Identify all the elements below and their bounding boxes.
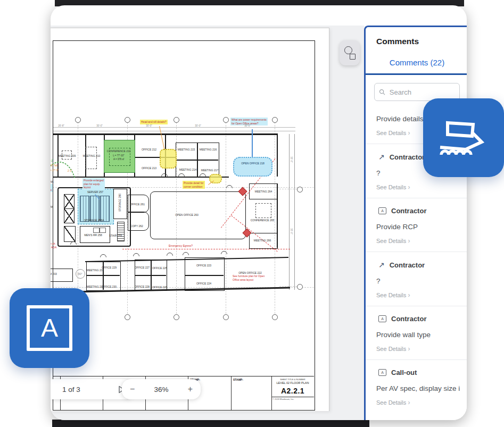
tab-comments[interactable]: Comments (22) (366, 58, 467, 75)
cloud-label-open-office-218[interactable]: OPEN OFFICE 218 (233, 157, 272, 177)
see-details-link[interactable]: See Details (376, 237, 464, 245)
callout-cloud-icon (438, 112, 489, 163)
room-label: OPEN OFFICE 263 (175, 213, 199, 217)
markup-note-corner[interactable]: Provide detail for corner condition (183, 181, 205, 189)
room-label: MEETING 216 (200, 148, 217, 152)
zoom-level: 36% (154, 386, 168, 393)
comment-author: Contractor (390, 153, 425, 161)
room-label: OFFICE 225 (152, 266, 167, 270)
room-label: RECEPTION 255 (51, 180, 53, 184)
comment-author: Contractor (390, 261, 425, 269)
marketing-canvas: { "colors": { "badge_blue": "#2b6cc2", "… (0, 0, 504, 427)
room-label: 23'-2" (51, 160, 53, 163)
room-label: 30'-0" (146, 124, 152, 128)
markup-shapes-button[interactable] (340, 40, 360, 65)
comment-body: Provide RCP (376, 223, 464, 231)
stamp-label: STAMP: (233, 378, 243, 381)
sheet-title: LEVEL 02 FLOOR PLAN (271, 381, 314, 385)
room-label: OFFICE 224 (196, 282, 211, 286)
room-label: 30'-0" (244, 124, 250, 128)
room-label: MEETING 215 (178, 148, 195, 152)
room-label: 30'-0" (195, 124, 201, 128)
room-label: COPY 262 (130, 224, 143, 228)
room-label: STORAGE 256A (84, 219, 104, 222)
leader-line (252, 129, 253, 157)
sheet-title-label: SHEET TITLE & NUMBER (271, 378, 314, 381)
viewer-window: MEETING 209MEETING 210CONFERENCE 211L = … (51, 5, 467, 420)
backdrop-strip-bottom (52, 420, 369, 427)
comment-author: Call-out (391, 369, 417, 376)
comment-item[interactable]: Contractor Provide wall type See Details (366, 306, 467, 359)
room-label: STAIR 259 (109, 234, 122, 238)
see-details-link[interactable]: See Details (376, 291, 464, 299)
search-input[interactable] (389, 88, 455, 97)
room-label: CONFERENCE 211 (107, 149, 130, 153)
room-label: OFFICE 227 (135, 266, 150, 270)
comment-author: Contractor (391, 315, 426, 323)
room-label: L = 27'-3" (51, 169, 59, 172)
room-label: MEETING 209 (59, 154, 76, 158)
room-label: OFFICE 228 (135, 285, 150, 289)
comment-body: ? (376, 277, 464, 285)
sheet-number: A2.2.1 (271, 387, 314, 395)
textbox-markup-icon (378, 315, 386, 322)
room-label: OFFICE 213 (142, 166, 156, 170)
room-label: MEN'S RR 258 (84, 233, 102, 237)
room-label: MEETING 210 (83, 154, 101, 158)
markup-note-furniture[interactable]: See furniture plan for Open Office area … (233, 274, 265, 281)
room-label: 360° (77, 273, 82, 276)
page-indicator: 1 of 3 (62, 386, 80, 393)
room-label: BREAK ROOM 233 (51, 272, 57, 276)
room-label: 26'-8" (58, 124, 64, 128)
comment-body: Per AV spec, display size i (376, 384, 464, 392)
markup-note-head-sill[interactable]: Head and sill details? (140, 120, 168, 124)
comment-body: Provide wall type (376, 331, 464, 339)
room-label: CONFERENCE 265 (251, 219, 275, 222)
textbox-markup-icon (378, 369, 386, 376)
zoom-in-button[interactable]: + (188, 384, 193, 394)
comment-item[interactable]: Contractor Provide RCP See Details (366, 198, 467, 252)
room-label: MEETING 217 (201, 169, 219, 172)
room-label: OFFICE 261 (130, 203, 145, 206)
comment-item[interactable]: Call-out Per AV spec, display size i See… (366, 359, 467, 413)
room-label: MEETING 214 (179, 168, 197, 172)
markup-note-ada[interactable]: Min clr. for ADA (51, 242, 56, 249)
markup-note-enlarged-plan[interactable]: Provide enlarged plan for equip. layout (82, 178, 105, 190)
see-details-link[interactable]: See Details (376, 399, 464, 406)
comment-author: Contractor (391, 207, 426, 215)
copyright: © 2018 Bluebeam, Inc. (271, 397, 314, 400)
page-navigation-pill: 1 of 3 (51, 379, 134, 399)
room-label: MEETING 266 (254, 239, 271, 242)
zoom-out-button[interactable]: − (130, 384, 135, 394)
room-label: A = 376 sf (113, 158, 124, 161)
room-label: STORAGE 260 (118, 194, 122, 212)
text-markup-icon: A (27, 305, 72, 351)
room-label: 30'-0" (290, 228, 293, 234)
see-details-link[interactable]: See Details (376, 183, 464, 191)
room-label: OFFICE 212 (142, 148, 156, 152)
room-label: MEETING 264 (255, 190, 272, 194)
comment-item[interactable]: Contractor ? See Details (366, 252, 467, 306)
room-label: 120" Tall (51, 164, 57, 168)
room-label: 30'-0" (96, 124, 102, 128)
zoom-pill: − 36% + (122, 379, 201, 399)
room-label: LOBBY 256 (51, 205, 53, 209)
panel-title: Comments (376, 37, 467, 46)
see-details-link[interactable]: See Details (376, 345, 464, 353)
room-label: OFFICE 226 (152, 286, 167, 289)
shapes-icon (344, 46, 352, 54)
textbox-markup-icon (378, 207, 386, 214)
room-label: OFFICE 230 (102, 285, 117, 289)
cloud-markup[interactable] (160, 149, 177, 169)
search-icon (379, 88, 385, 96)
markup-note-egress[interactable]: Emergency Egress? (169, 244, 193, 248)
floor-plan: MEETING 209MEETING 210CONFERENCE 211L = … (51, 5, 364, 420)
room-label: 30'-0" (290, 156, 293, 162)
comments-panel: Comments Comments (22) Provide details S… (364, 26, 467, 420)
markup-note-chase[interactable]: ducting is chase (51, 184, 53, 192)
arrow-markup-icon (378, 261, 385, 269)
room-label: OFFICE 223 (196, 264, 211, 267)
room-label: 2'-1" (68, 170, 72, 173)
room-label: L = 77'-10" (113, 154, 124, 157)
sheet-title-cell: SHEET TITLE & NUMBER LEVEL 02 FLOOR PLAN… (271, 376, 314, 410)
